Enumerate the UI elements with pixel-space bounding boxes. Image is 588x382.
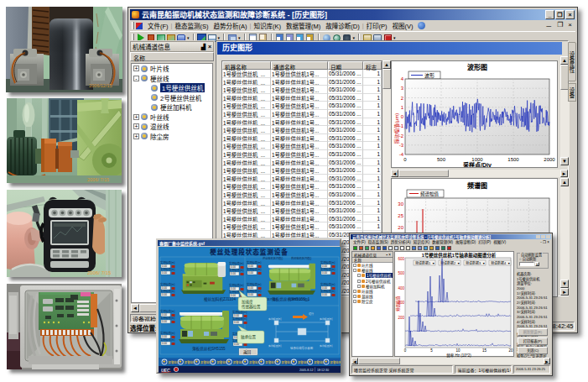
svg-text:0.00: 0.00 — [248, 293, 253, 296]
svg-text:实测幅值(m): 实测幅值(m) — [229, 268, 244, 272]
svg-text:20: 20 — [508, 348, 513, 353]
svg-text:实测幅值(m): 实测幅值(m) — [320, 260, 336, 264]
svg-text:200: 200 — [398, 316, 404, 320]
svg-text:-1: -1 — [399, 123, 404, 128]
svg-text:热风电机区间值(): 热风电机区间值() — [291, 256, 311, 260]
svg-text:频谱数据2: 频谱数据2 — [440, 260, 456, 265]
svg-text:30: 30 — [398, 201, 403, 207]
svg-text:采样点/Div: 采样点/Div — [462, 161, 492, 167]
svg-text:0.00: 0.00 — [162, 342, 167, 345]
svg-text:-3: -3 — [399, 143, 404, 148]
svg-text:实测幅值(m): 实测幅值(m) — [160, 267, 175, 271]
svg-text:3: 3 — [401, 86, 404, 91]
svg-text:实测幅值(m): 实测幅值(m) — [160, 282, 175, 286]
svg-text:实测幅值(m): 实测幅值(m) — [160, 316, 175, 320]
svg-text:实测幅值(m): 实测幅值(m) — [247, 282, 262, 286]
svg-text:实测幅值(m): 实测幅值(m) — [320, 267, 336, 271]
svg-text:0.00: 0.00 — [248, 271, 253, 275]
svg-text:0: 0 — [403, 157, 407, 162]
svg-text:实测幅值(m): 实测幅值(m) — [320, 317, 332, 321]
svg-text:实测幅值(m): 实测幅值(m) — [229, 283, 244, 287]
svg-text:实测幅值(m): 实测幅值(m) — [229, 261, 244, 265]
svg-text:4: 4 — [401, 76, 404, 81]
svg-text:振动幅值(μm): 振动幅值(μm) — [393, 113, 400, 144]
svg-text:运行: 运行 — [309, 311, 314, 316]
svg-text:返回: 返回 — [243, 349, 251, 355]
svg-text:UEC: UEC — [161, 368, 170, 373]
svg-text:500: 500 — [437, 157, 446, 162]
svg-text:0.00: 0.00 — [234, 321, 239, 324]
svg-text:实测幅值(m): 实测幅值(m) — [320, 289, 336, 293]
svg-text:0: 0 — [404, 348, 407, 353]
svg-text:15: 15 — [482, 348, 487, 353]
svg-text:薄板烘丝机SH5155: 薄板烘丝机SH5155 — [192, 346, 226, 352]
svg-text:波形: 波形 — [424, 72, 434, 79]
svg-text:10: 10 — [455, 348, 461, 353]
svg-text:5: 5 — [430, 348, 433, 353]
svg-text:0.00: 0.00 — [322, 293, 327, 296]
svg-text:频谱数据3: 频谱数据3 — [466, 260, 481, 265]
svg-text:1500: 1500 — [507, 157, 519, 162]
svg-text:频谱幅值: 频谱幅值 — [395, 296, 401, 311]
svg-text:薄板烘丝机SH515S_1: 薄板烘丝机SH515S_1 — [272, 296, 310, 302]
svg-text:0.00: 0.00 — [231, 272, 236, 275]
svg-text:400: 400 — [398, 286, 404, 290]
svg-text:▼: ▼ — [482, 262, 485, 265]
svg-text:实测幅值(m): 实测幅值(m) — [160, 331, 175, 335]
svg-text:600: 600 — [398, 257, 404, 261]
svg-text:1: 1 — [401, 105, 404, 110]
svg-text:梗丝加料机ZJ1104: 梗丝加料机ZJ1104 — [204, 296, 236, 302]
svg-text:20: 20 — [398, 225, 403, 230]
svg-text:▼: ▼ — [432, 262, 434, 265]
svg-text:2000: 2000 — [544, 157, 555, 162]
svg-text:频谱数据1: 频谱数据1 — [415, 260, 431, 265]
svg-text:实测幅值(m): 实测幅值(m) — [268, 344, 281, 348]
svg-text:-2: -2 — [399, 133, 404, 139]
svg-text:1号梗丝供丝机1号轴承振动图谱分析: 1号梗丝供丝机1号轴承振动图谱分析 — [422, 252, 497, 259]
svg-text:加速度: 加速度 — [242, 299, 253, 305]
svg-text:频谱数据4: 频谱数据4 — [491, 260, 507, 265]
svg-text:报警监控: 报警监控 — [330, 360, 341, 364]
svg-text:实测幅值(m): 实测幅值(m) — [320, 344, 332, 348]
svg-text:频谱图: 频谱图 — [467, 181, 487, 190]
svg-text:实测幅值(m): 实测幅值(m) — [247, 260, 262, 264]
svg-text:实测幅值(m): 实测幅值(m) — [247, 267, 262, 271]
svg-text:2006/ 7/15: 2006/ 7/15 — [87, 177, 109, 182]
svg-text:0.00: 0.00 — [162, 271, 167, 275]
svg-text:实测幅值(m): 实测幅值(m) — [160, 289, 175, 293]
svg-text:25: 25 — [398, 213, 403, 218]
svg-text:烘丝电机区间值(): 烘丝电机区间值() — [263, 256, 283, 260]
svg-text:实测幅值(m): 实测幅值(m) — [247, 289, 262, 293]
svg-text:2006/ 7/15: 2006/ 7/15 — [87, 270, 112, 275]
svg-text:频谱幅值: 频谱幅值 — [420, 191, 440, 197]
svg-text:实测幅值(m): 实测幅值(m) — [268, 317, 281, 321]
svg-text:18:12:30: 18:12:30 — [317, 369, 329, 372]
svg-text:0.00: 0.00 — [322, 271, 327, 275]
svg-text:波形图: 波形图 — [467, 63, 487, 71]
svg-text:轴承位编号示意图: 轴承位编号示意图 — [290, 346, 314, 350]
svg-text:0.00: 0.00 — [162, 293, 167, 296]
svg-text:实测幅值(m): 实测幅值(m) — [160, 260, 175, 264]
svg-text:▼: ▼ — [507, 262, 510, 265]
svg-text:实测幅值(m): 实测幅值(m) — [320, 282, 336, 286]
svg-text:实测幅值(m): 实测幅值(m) — [232, 317, 247, 321]
svg-text:传感器位置: 传感器位置 — [242, 304, 261, 310]
svg-text:▼: ▼ — [457, 262, 460, 265]
svg-text:梗丝处理段状态监测设备: 梗丝处理段状态监测设备 — [210, 248, 289, 256]
svg-text:实测幅值(m): 实测幅值(m) — [160, 309, 175, 313]
svg-text:2: 2 — [401, 96, 404, 101]
svg-text:0: 0 — [401, 114, 404, 119]
svg-text:500: 500 — [398, 271, 404, 275]
svg-text:轴承位置: 轴承位置 — [241, 334, 256, 340]
svg-text:2005-8-12: 2005-8-12 — [299, 369, 313, 372]
svg-text:0.00: 0.00 — [162, 320, 167, 323]
svg-text:2006/12/15: 2006/12/15 — [89, 83, 112, 88]
svg-text:实测幅值(m): 实测幅值(m) — [160, 338, 175, 342]
